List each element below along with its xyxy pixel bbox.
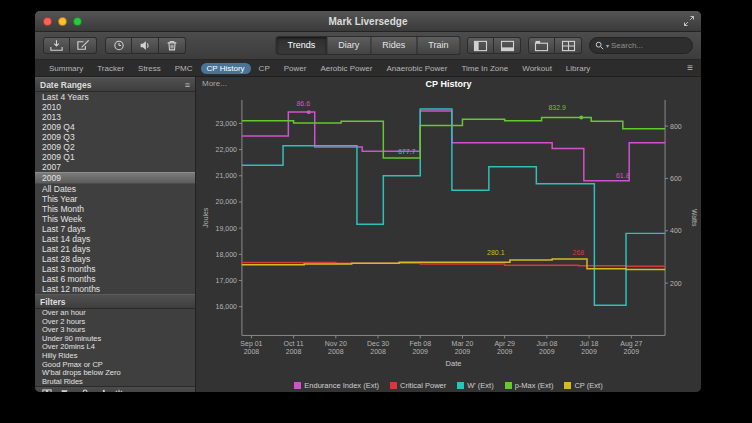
svg-text:280.1: 280.1 (487, 249, 505, 256)
svg-text:268: 268 (573, 249, 585, 256)
tab-cp[interactable]: CP (253, 63, 276, 74)
legend-swatch (564, 382, 571, 389)
svg-text:2009: 2009 (497, 348, 513, 355)
minimize-button[interactable] (58, 17, 67, 26)
svg-text:832.9: 832.9 (548, 105, 566, 112)
search-menu-caret-icon[interactable]: ▾ (606, 43, 609, 49)
tab-tracker[interactable]: Tracker (91, 63, 130, 74)
segment-rides[interactable]: Rides (371, 36, 417, 55)
date-range-this-year[interactable]: This Year (35, 194, 195, 204)
tab-summary[interactable]: Summary (43, 63, 89, 74)
chart-header: More... CP History (196, 77, 701, 90)
svg-text:Aug 27: Aug 27 (620, 340, 642, 348)
chart-icon[interactable] (96, 389, 106, 392)
date-range-this-month[interactable]: This Month (35, 204, 195, 214)
traffic-lights (43, 17, 82, 26)
view-segmented: TrendsDiaryRidesTrain (276, 36, 461, 55)
legend-item: Critical Power (390, 381, 446, 390)
tab-workout[interactable]: Workout (516, 63, 558, 74)
wrench-icon[interactable] (78, 389, 88, 392)
svg-text:22,000: 22,000 (216, 146, 237, 153)
svg-text:2009: 2009 (412, 348, 428, 355)
date-ranges-title: Date Ranges (40, 80, 92, 90)
svg-text:20,000: 20,000 (216, 198, 237, 205)
clock-icon (112, 39, 126, 52)
date-range-2013[interactable]: 2013 (35, 112, 195, 122)
svg-text:400: 400 (670, 227, 682, 234)
series-w-ext (242, 109, 665, 305)
zoom-button[interactable] (73, 17, 82, 26)
date-range-last-28-days[interactable]: Last 28 days (35, 254, 195, 264)
sidebar-menu-icon[interactable]: ≡ (185, 80, 190, 90)
segment-trends[interactable]: Trends (276, 36, 328, 55)
tab-pmc[interactable]: PMC (169, 63, 199, 74)
footer-caret-icon[interactable]: ▾ (132, 391, 135, 392)
date-range-2010[interactable]: 2010 (35, 102, 195, 112)
fullscreen-icon[interactable] (683, 15, 695, 27)
legend-label: W' (Ext) (467, 381, 493, 390)
svg-text:Jul 18: Jul 18 (580, 340, 599, 347)
tab-stress[interactable]: Stress (132, 63, 167, 74)
legend-swatch (457, 382, 464, 389)
date-range-last-3-months[interactable]: Last 3 months (35, 264, 195, 274)
date-range-2009-q1[interactable]: 2009 Q1 (35, 152, 195, 162)
date-range-last-14-days[interactable]: Last 14 days (35, 234, 195, 244)
sidebar-toggle-button[interactable] (467, 37, 494, 54)
filters-header: Filters (35, 294, 195, 309)
tab-aerobic-power[interactable]: Aerobic Power (314, 63, 378, 74)
manual-entry-button[interactable] (70, 37, 97, 54)
date-range-last-4-years[interactable]: Last 4 Years (35, 92, 195, 102)
date-range-2009[interactable]: 2009 (35, 172, 195, 184)
search-input[interactable] (611, 41, 687, 50)
search-field[interactable]: ▾ (589, 37, 693, 54)
svg-text:2009: 2009 (539, 348, 555, 355)
legend-label: CP (Ext) (574, 381, 602, 390)
style-toggle-group (528, 37, 582, 54)
svg-text:2008: 2008 (244, 348, 260, 355)
close-button[interactable] (43, 17, 52, 26)
date-range-last-21-days[interactable]: Last 21 days (35, 244, 195, 254)
segment-train[interactable]: Train (417, 36, 460, 55)
svg-text:Feb 08: Feb 08 (409, 340, 431, 347)
date-range-last-7-days[interactable]: Last 7 days (35, 224, 195, 234)
lowbar-toggle-button[interactable] (494, 37, 521, 54)
date-range-2009-q4[interactable]: 2009 Q4 (35, 122, 195, 132)
search-icon (595, 41, 604, 50)
date-range-2007[interactable]: 2007 (35, 162, 195, 172)
filters-list: Over an hourOver 2 hoursOver 3 hoursUnde… (35, 309, 195, 386)
date-range-last-6-months[interactable]: Last 6 months (35, 274, 195, 284)
date-range-2009-q3[interactable]: 2009 Q3 (35, 132, 195, 142)
tiled-view-button[interactable] (555, 37, 582, 54)
filter-brutal-rides[interactable]: Brutal Rides (35, 378, 195, 387)
date-range-this-week[interactable]: This Week (35, 214, 195, 224)
tab-library[interactable]: Library (560, 63, 596, 74)
tab-cp-history[interactable]: CP History (201, 63, 251, 74)
flag-icon[interactable] (60, 389, 70, 392)
gear-icon[interactable] (114, 389, 124, 392)
split-activity-button[interactable] (105, 37, 132, 54)
delete-activity-button[interactable] (159, 37, 186, 54)
download-activity-button[interactable] (43, 37, 70, 54)
more-link[interactable]: More... (202, 79, 227, 88)
svg-text:2009: 2009 (624, 348, 640, 355)
tab-menu-icon[interactable]: ≡ (687, 63, 693, 73)
audio-button[interactable] (132, 37, 159, 54)
tabbed-view-button[interactable] (528, 37, 555, 54)
segment-diary[interactable]: Diary (327, 36, 371, 55)
date-range-2009-q2[interactable]: 2009 Q2 (35, 142, 195, 152)
legend-label: Endurance Index (Ext) (304, 381, 379, 390)
chart-panel: More... CP History JoulesWatts16,00017,0… (196, 77, 701, 392)
tab-power[interactable]: Power (278, 63, 313, 74)
speaker-icon (138, 39, 152, 52)
svg-text:677.7: 677.7 (398, 148, 416, 155)
date-range-last-12-months[interactable]: Last 12 months (35, 284, 195, 294)
date-range-all-dates[interactable]: All Dates (35, 184, 195, 194)
grid-icon[interactable] (42, 389, 52, 392)
tab-time-in-zone[interactable]: Time In Zone (455, 63, 514, 74)
y-axis-right: 200400600800 (665, 123, 682, 287)
svg-text:Sep 01: Sep 01 (240, 340, 262, 348)
tab-anaerobic-power[interactable]: Anaerobic Power (380, 63, 453, 74)
legend-item: p-Max (Ext) (505, 381, 554, 390)
svg-text:Jun 08: Jun 08 (536, 340, 557, 347)
legend-swatch (294, 382, 301, 389)
